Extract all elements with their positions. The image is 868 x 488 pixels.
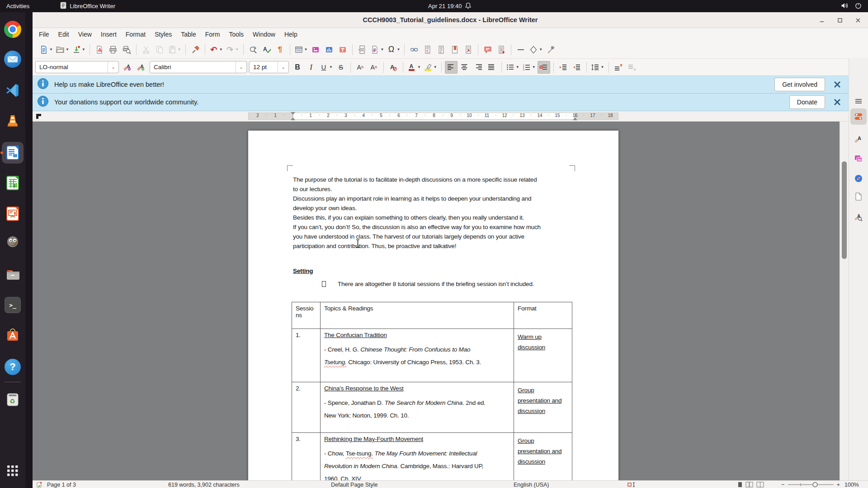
first-line-indent-marker[interactable] [291, 112, 295, 115]
export-pdf-button[interactable] [93, 43, 106, 56]
zoom-out-icon[interactable]: − [781, 481, 785, 488]
menu-edit[interactable]: Edit [54, 29, 74, 39]
save-button[interactable]: ▼ [71, 43, 86, 56]
font-color-button[interactable]: A▼ [406, 61, 422, 74]
clear-formatting-button[interactable]: A [387, 61, 400, 74]
menu-window[interactable]: Window [248, 29, 280, 39]
dropdown-arrow-icon[interactable]: ▼ [329, 65, 333, 69]
view-layout-buttons[interactable] [738, 481, 764, 488]
dropdown-arrow-icon[interactable]: ▼ [236, 47, 239, 52]
sidebar-tab-properties[interactable] [850, 108, 867, 125]
zoom-control[interactable]: − + [781, 481, 840, 488]
dock-impress-icon[interactable] [4, 205, 22, 223]
bullet-list-button[interactable]: ▼ [505, 61, 520, 74]
dropdown-arrow-icon[interactable]: ▼ [380, 47, 384, 52]
dock-vlc-icon[interactable] [4, 112, 22, 130]
increase-paragraph-spacing-button[interactable] [612, 61, 625, 74]
undo-button[interactable]: ↶▼ [208, 43, 224, 56]
new-document-button[interactable]: ▼ [38, 43, 54, 56]
word-count[interactable]: 619 words, 3,902 characters [168, 481, 240, 488]
chevron-down-icon[interactable]: ⌄ [236, 61, 246, 73]
update-style-button[interactable]: A [121, 61, 134, 74]
increase-indent-button[interactable] [557, 61, 570, 74]
dropdown-arrow-icon[interactable]: ▼ [532, 65, 536, 69]
dropdown-arrow-icon[interactable]: ▼ [396, 47, 400, 52]
dock-terminal-icon[interactable]: >_ [4, 296, 22, 314]
paragraph-style-select[interactable]: LO-normal⌄ [35, 61, 119, 73]
minimize-button[interactable] [816, 15, 827, 26]
superscript-button[interactable]: AB [354, 61, 367, 74]
dock-app-grid-icon[interactable] [4, 462, 22, 480]
align-right-button[interactable] [472, 61, 485, 74]
dock-help-icon[interactable]: ? [4, 358, 22, 376]
menu-table[interactable]: Table [176, 29, 200, 39]
dock-thunderbird-icon[interactable] [4, 50, 22, 68]
spelling-button[interactable]: A [260, 43, 273, 56]
insert-cross-reference-button[interactable] [462, 43, 475, 56]
menu-file[interactable]: File [34, 29, 54, 39]
print-preview-button[interactable] [120, 43, 133, 56]
zoom-level[interactable]: 100% [844, 481, 859, 488]
dock-files-icon[interactable] [4, 266, 22, 284]
menu-form[interactable]: Form [201, 29, 225, 39]
horizontal-line-button[interactable] [514, 43, 527, 56]
clock-menu[interactable]: Apr 21 19:40 [428, 0, 471, 12]
sidebar-tab-gallery[interactable] [850, 150, 867, 167]
align-center-button[interactable] [458, 61, 471, 74]
document-page[interactable]: The purpose of the tutorial is to facili… [248, 131, 618, 480]
formatting-marks-button[interactable]: ¶ [274, 43, 287, 56]
activities-button[interactable]: Activities [0, 0, 36, 12]
page-count[interactable]: Page 1 of 3 [47, 481, 76, 488]
line-spacing-button[interactable]: ▼ [590, 61, 605, 74]
selection-mode-icon[interactable] [627, 481, 637, 488]
strikethrough-button[interactable]: S [335, 61, 347, 74]
infobar-close-icon[interactable] [830, 78, 844, 91]
dropdown-arrow-icon[interactable]: ▼ [434, 65, 437, 69]
maximize-button[interactable] [835, 15, 845, 26]
italic-button[interactable]: I [305, 61, 317, 74]
dropdown-arrow-icon[interactable]: ▼ [417, 65, 421, 69]
menu-tools[interactable]: Tools [224, 29, 248, 39]
zoom-in-icon[interactable]: + [837, 481, 840, 488]
zoom-slider[interactable] [787, 482, 835, 488]
infobar-close-icon[interactable] [830, 95, 844, 109]
insert-endnote-button[interactable] [435, 43, 448, 56]
menu-format[interactable]: Format [121, 29, 150, 39]
dropdown-arrow-icon[interactable]: ▼ [539, 47, 542, 52]
insert-hyperlink-button[interactable] [408, 43, 420, 56]
no-list-button[interactable] [538, 61, 550, 74]
sidebar-tab-sidebar-settings[interactable] [850, 93, 867, 109]
donate-button[interactable]: Donate [789, 95, 825, 109]
font-size-select[interactable]: 12 pt⌄ [249, 61, 289, 73]
highlight-color-button[interactable]: ▼ [423, 61, 438, 74]
sidebar-tab-style-inspector[interactable]: A [850, 209, 867, 225]
sidebar-tab-navigator[interactable] [850, 170, 867, 187]
insert-page-break-button[interactable] [356, 43, 368, 56]
scrollbar-thumb[interactable] [842, 161, 847, 259]
dock-calc-icon[interactable] [4, 174, 22, 192]
sessions-table[interactable]: SessionsTopics & ReadingsFormat1.The Con… [292, 302, 572, 480]
dropdown-arrow-icon[interactable]: ▼ [82, 47, 85, 52]
dock-software-icon[interactable] [4, 327, 22, 345]
menu-help[interactable]: Help [280, 29, 302, 39]
get-involved-button[interactable]: Get involved [774, 78, 825, 91]
sidebar-tab-page[interactable] [850, 188, 867, 205]
dock-vscode-icon[interactable] [4, 81, 22, 99]
track-changes-button[interactable] [495, 43, 508, 56]
insert-field-button[interactable]: ▼ [369, 43, 385, 56]
numbered-list-button[interactable]: 1.2.3.▼ [521, 61, 537, 74]
insert-chart-button[interactable] [323, 43, 335, 56]
dock-chrome-icon[interactable] [4, 20, 22, 38]
dock-gimp-icon[interactable] [4, 233, 22, 251]
underline-button[interactable]: U▼ [318, 61, 334, 74]
dock-writer-icon[interactable] [4, 144, 22, 162]
right-indent-marker[interactable] [291, 117, 295, 120]
system-status-area[interactable] [837, 0, 865, 12]
window-titlebar[interactable]: CCCH9003_Tutorial_guidelines.docx - Libr… [33, 12, 868, 28]
insert-comment-button[interactable] [481, 43, 494, 56]
focused-app-menu[interactable]: LibreOffice Writer [54, 0, 122, 12]
print-button[interactable] [107, 43, 119, 56]
draw-functions-button[interactable] [544, 43, 557, 56]
dock-trash-icon[interactable]: ♻ [4, 390, 22, 408]
sidebar-tab-styles[interactable]: A [850, 131, 867, 147]
